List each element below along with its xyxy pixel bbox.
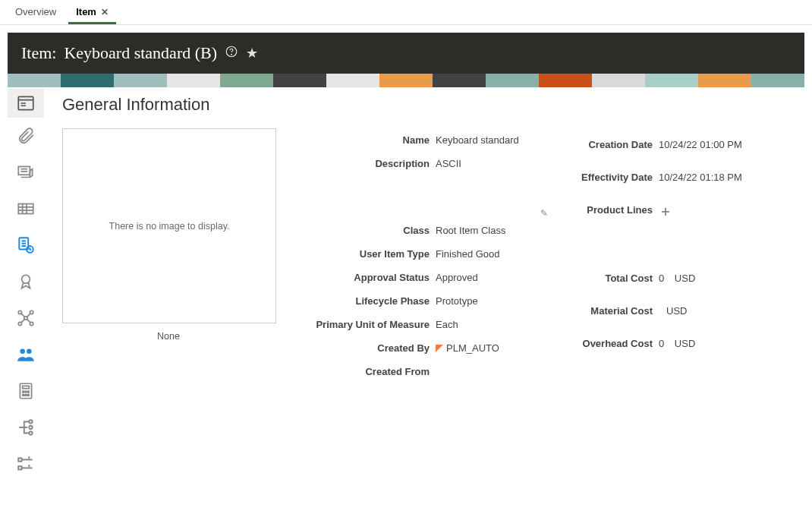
add-product-line-icon[interactable]: ＋ [659,203,672,219]
svg-rect-16 [23,386,30,389]
label-product-lines: Product Lines [559,194,656,228]
svg-point-18 [25,391,27,392]
value-effectivity-date: 10/24/22 01:18 PM [656,161,782,194]
svg-point-24 [29,426,32,429]
image-placeholder[interactable]: There is no image to display. [62,128,276,323]
svg-point-8 [18,310,21,314]
rail-costing[interactable] [8,373,44,409]
rail-structure[interactable] [8,154,44,191]
tab-item-label: Item [76,6,96,17]
svg-point-17 [23,391,24,392]
page-title-prefix: Item: [21,43,56,63]
rail-quality[interactable] [8,263,44,300]
tab-overview[interactable]: Overview [8,2,64,24]
rail-general-info[interactable] [8,89,44,118]
value-class: Root Item Class [433,219,536,242]
value-description[interactable]: ASCII ✎ [433,152,536,219]
svg-point-7 [22,275,30,283]
svg-point-1 [231,54,232,55]
svg-point-22 [27,394,29,396]
image-column: There is no image to display. None [62,128,290,383]
svg-rect-3 [18,166,30,175]
label-material-cost: Material Cost [559,295,656,327]
tab-bar: Overview Item ✕ [0,0,812,25]
rail-hierarchy[interactable] [8,409,44,446]
tab-item[interactable]: Item ✕ [68,2,116,24]
label-approval-status: Approval Status [313,266,433,289]
rail-where-used[interactable] [8,191,44,227]
rail-attachments[interactable] [8,118,44,154]
label-effectivity-date: Effectivity Date [559,161,656,194]
value-overhead-cost: 0 USD [656,327,782,360]
section-title: General Information [62,95,782,115]
svg-point-20 [23,394,24,396]
svg-point-19 [27,391,29,392]
svg-point-12 [24,317,27,320]
svg-point-11 [30,322,33,325]
label-primary-uom: Primary Unit of Measure [313,313,433,336]
edit-icon[interactable]: ✎ [540,208,548,219]
label-created-from: Created From [313,360,433,383]
label-class: Class [313,219,433,242]
rail-relationships[interactable] [8,300,44,336]
label-description: Description [313,152,433,219]
label-created-by: Created By [313,336,433,360]
svg-point-25 [29,431,32,434]
rail-changes[interactable] [8,227,44,263]
label-name: Name [313,128,433,152]
side-rail [8,87,44,512]
value-created-by: PLM_AUTO [433,336,536,360]
svg-point-21 [25,394,27,396]
svg-point-23 [29,420,32,423]
label-total-cost: Total Cost [559,262,656,295]
help-icon[interactable] [225,45,238,62]
decorative-strip [8,74,804,87]
value-primary-uom: Each [433,313,536,336]
value-approval-status: Approved [433,266,536,289]
image-caption: None [62,331,275,342]
svg-point-13 [20,348,25,354]
favorite-star-icon[interactable]: ★ [246,45,258,61]
content-area: General Information There is no image to… [8,87,804,512]
value-creation-date: 10/24/22 01:00 PM [656,128,782,161]
page-title-name: Keyboard standard (B) [64,43,217,63]
value-lifecycle-phase: Prototype [433,289,536,313]
value-created-from [433,360,536,383]
value-material-cost: USD [656,295,782,327]
svg-rect-4 [18,204,33,214]
label-lifecycle-phase: Lifecycle Phase [313,289,433,313]
label-overhead-cost: Overhead Cost [559,327,656,360]
label-user-item-type: User Item Type [313,242,433,266]
general-info-panel: General Information There is no image to… [44,87,804,512]
close-icon[interactable]: ✕ [101,7,109,17]
label-creation-date: Creation Date [559,128,656,161]
value-user-item-type: Finished Good [433,242,536,266]
header-area: Item: Keyboard standard (B) ★ [0,25,812,87]
svg-point-10 [18,322,21,325]
page-title-bar: Item: Keyboard standard (B) ★ [8,33,804,74]
rail-team[interactable] [8,336,44,373]
value-name: Keyboard standard [433,128,536,152]
tab-overview-label: Overview [15,6,56,17]
user-flag-icon [436,345,443,352]
rail-more[interactable] [8,446,44,482]
image-placeholder-text: There is no image to display. [109,221,230,232]
value-total-cost: 0 USD [656,262,782,295]
svg-point-14 [27,348,32,354]
svg-point-9 [30,310,33,314]
